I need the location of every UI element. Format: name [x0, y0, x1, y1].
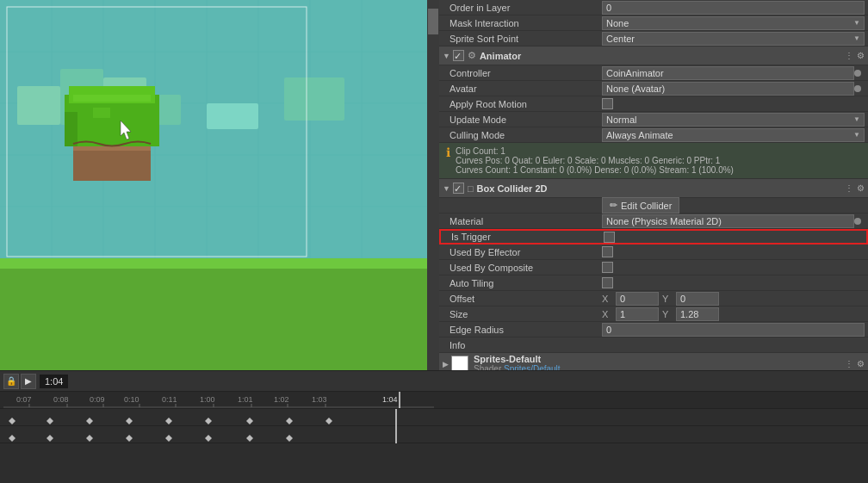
apply-root-motion-label: Apply Root Motion: [443, 99, 602, 109]
settings-icon[interactable]: ⚙: [857, 183, 865, 193]
box-collider-icon: □: [468, 183, 474, 194]
used-by-effector-label: Used By Effector: [443, 247, 602, 257]
sprites-default-section: ▶ Sprites-Default Shader Sprites/Default…: [439, 353, 868, 370]
timeline-timecode[interactable]: 1:04: [40, 375, 68, 388]
svg-rect-18: [207, 103, 258, 129]
offset-x-input[interactable]: [616, 292, 659, 306]
offset-x-label: X: [602, 294, 612, 304]
controller-row: Controller CoinAnimator: [439, 65, 868, 81]
svg-marker-66: [86, 435, 93, 442]
offset-y-input[interactable]: [676, 292, 719, 306]
used-by-composite-label: Used By Composite: [443, 263, 602, 273]
update-mode-dropdown[interactable]: Normal ▼: [602, 113, 865, 127]
chevron-down-icon: ▼: [853, 131, 860, 139]
collapse-arrow-icon: ▼: [443, 52, 450, 60]
sprite-sort-point-row: Sprite Sort Point Center ▼: [439, 31, 868, 46]
svg-marker-58: [165, 418, 172, 424]
material-dropdown[interactable]: None (Physics Material 2D): [602, 214, 854, 228]
edit-collider-button[interactable]: ✏ Edit Collider: [602, 197, 679, 214]
culling-mode-dropdown[interactable]: Always Animate ▼: [602, 128, 865, 142]
track-row-2: [0, 426, 868, 443]
controller-target-icon[interactable]: [854, 70, 861, 77]
avatar-dropdown[interactable]: None (Avatar): [602, 82, 854, 96]
material-target-icon[interactable]: [854, 218, 861, 225]
offset-row: Offset X Y: [439, 291, 868, 307]
info-line2: Curves Pos: 0 Quat: 0 Euler: 0 Scale: 0 …: [456, 156, 734, 165]
chevron-down-icon: ▼: [853, 115, 860, 123]
context-menu-icon[interactable]: ⋮: [845, 183, 853, 193]
order-in-layer-row: Order in Layer: [439, 0, 868, 15]
inspector-panel: Order in Layer Mask Interaction None ▼ S…: [439, 0, 868, 370]
mask-interaction-dropdown[interactable]: None ▼: [602, 16, 865, 30]
settings-icon[interactable]: ⚙: [857, 359, 865, 368]
svg-text:0:07: 0:07: [16, 395, 32, 404]
sprite-sort-point-dropdown[interactable]: Center ▼: [602, 32, 865, 46]
timeline-preview-button[interactable]: ▶: [21, 374, 36, 389]
svg-marker-64: [9, 435, 16, 442]
svg-rect-25: [65, 112, 78, 146]
material-row: Material None (Physics Material 2D): [439, 214, 868, 229]
offset-label: Offset: [443, 294, 602, 304]
timeline-ruler: 0:07 0:08 0:09 0:10 0:11 1:00 1:01 1:02 …: [0, 392, 868, 409]
sprites-shader: Shader Sprites/Default: [474, 364, 845, 370]
svg-rect-26: [73, 95, 151, 102]
svg-marker-59: [205, 418, 212, 424]
order-in-layer-input[interactable]: [602, 1, 865, 15]
apply-root-motion-row: Apply Root Motion: [439, 96, 868, 112]
used-by-effector-checkbox[interactable]: [602, 246, 613, 257]
svg-marker-62: [326, 418, 332, 424]
auto-tiling-row: Auto Tiling: [439, 276, 868, 291]
timeline-lock-button[interactable]: 🔒: [3, 374, 19, 389]
svg-marker-65: [46, 435, 53, 442]
svg-marker-69: [205, 435, 212, 442]
timeline-panel: 🔒 ▶ 1:04 0:07 0:08 0:09 0:10 0:11 1:00 1…: [0, 370, 868, 483]
svg-rect-30: [0, 258, 439, 269]
info-icon: ℹ: [446, 146, 450, 175]
auto-tiling-label: Auto Tiling: [443, 278, 602, 288]
svg-marker-54: [9, 418, 16, 424]
info-label: Info: [443, 340, 602, 350]
svg-marker-61: [286, 418, 293, 424]
animator-section-header[interactable]: ▼ ✓ ⚙ Animator ⋮ ⚙: [439, 46, 868, 65]
context-menu-icon[interactable]: ⋮: [845, 359, 853, 368]
edge-radius-label: Edge Radius: [443, 325, 602, 335]
svg-rect-32: [428, 9, 438, 34]
game-view: [0, 0, 439, 370]
edit-collider-row: ✏ Edit Collider: [439, 198, 868, 214]
sprite-sort-point-label: Sprite Sort Point: [443, 34, 602, 44]
svg-rect-21: [73, 146, 151, 181]
timeline-header: 🔒 ▶ 1:04: [0, 371, 868, 392]
size-x-input[interactable]: [616, 307, 659, 321]
svg-marker-68: [165, 435, 172, 442]
is-trigger-row: Is Trigger: [439, 229, 868, 245]
auto-tiling-checkbox[interactable]: [602, 277, 613, 288]
size-y-label: Y: [662, 309, 673, 319]
offset-y-label: Y: [662, 294, 673, 304]
animator-info-box: ℹ Clip Count: 1 Curves Pos: 0 Quat: 0 Eu…: [439, 143, 868, 179]
box-collider-section-header[interactable]: ▼ ✓ □ Box Collider 2D ⋮ ⚙: [439, 179, 868, 198]
avatar-target-icon[interactable]: [854, 85, 861, 92]
size-label: Size: [443, 309, 602, 319]
animator-enable-checkbox[interactable]: ✓: [453, 50, 464, 61]
svg-rect-19: [284, 77, 344, 121]
settings-icon[interactable]: ⚙: [857, 51, 865, 60]
culling-mode-label: Culling Mode: [443, 130, 602, 140]
svg-marker-60: [246, 418, 253, 424]
context-menu-icon[interactable]: ⋮: [845, 51, 853, 60]
used-by-composite-checkbox[interactable]: [602, 262, 613, 273]
avatar-label: Avatar: [443, 84, 602, 94]
svg-marker-55: [46, 418, 53, 424]
box-collider-enable-checkbox[interactable]: ✓: [453, 183, 464, 194]
is-trigger-checkbox[interactable]: [604, 232, 615, 243]
controller-dropdown[interactable]: CoinAnimator: [602, 66, 854, 80]
info-row: Info: [439, 337, 868, 353]
svg-rect-29: [0, 258, 439, 370]
size-y-input[interactable]: [676, 307, 719, 321]
svg-marker-70: [246, 435, 253, 442]
track-row-1: [0, 409, 868, 426]
edge-radius-input[interactable]: [602, 323, 865, 337]
info-line1: Clip Count: 1: [456, 146, 734, 156]
sprites-name: Sprites-Default: [474, 354, 845, 364]
svg-text:0:09: 0:09: [90, 395, 105, 404]
apply-root-motion-checkbox[interactable]: [602, 98, 613, 109]
